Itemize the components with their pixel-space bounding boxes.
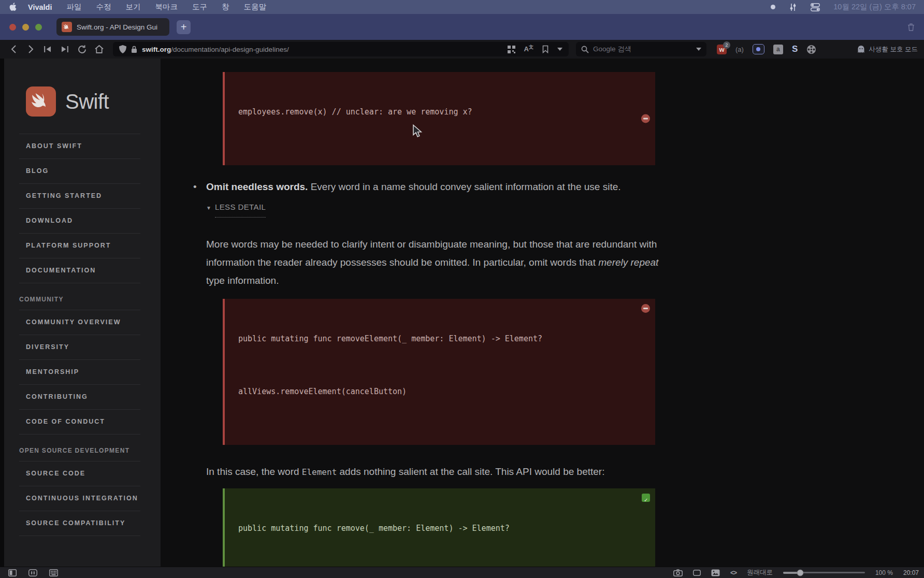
swift-wordmark: Swift	[65, 90, 109, 113]
sidebar-item-source-code[interactable]: SOURCE CODE	[19, 461, 140, 486]
extension-w-icon[interactable]: w2	[717, 45, 727, 54]
sidebar-item-continuous-integration[interactable]: CONTINUOUS INTEGRATION	[19, 486, 140, 511]
address-dropdown-icon[interactable]	[557, 48, 562, 51]
apple-menu-icon[interactable]	[9, 3, 17, 11]
check-icon: ✓	[642, 494, 650, 502]
new-tab-button[interactable]: +	[177, 20, 191, 34]
search-engine-dropdown-icon[interactable]	[696, 48, 701, 51]
sidebar-item-getting-started[interactable]: GETTING STARTED	[19, 184, 140, 209]
sliders-status-icon[interactable]	[789, 3, 797, 11]
code-example-bad-top: employees.remove(x) // unclear: are we r…	[223, 72, 655, 165]
sidebar-item-diversity[interactable]: DIVERSITY	[19, 335, 140, 360]
sidebar-item-download[interactable]: DOWNLOAD	[19, 209, 140, 234]
bookmark-icon[interactable]	[542, 45, 548, 53]
swift-logo[interactable]: Swift	[26, 86, 161, 117]
search-placeholder: Google 검색	[593, 45, 692, 54]
film-reel-extension-icon[interactable]	[806, 45, 816, 54]
closed-tabs-trash-icon[interactable]	[907, 23, 915, 31]
capture-page-icon[interactable]	[673, 569, 683, 576]
sidebar-item-code-of-conduct[interactable]: CODE OF CONDUCT	[19, 410, 140, 435]
forward-button[interactable]	[23, 42, 38, 56]
menubar-item-window[interactable]: 창	[222, 2, 229, 12]
doc-content: employees.remove(x) // unclear: are we r…	[161, 59, 924, 567]
menubar-clock[interactable]: 10월 22일 (금) 오후 8:07	[833, 2, 916, 12]
sidebar: Swift ABOUT SWIFT BLOG GETTING STARTED D…	[4, 59, 161, 567]
paragraph-in-this-case: In this case, the word Element adds noth…	[206, 463, 661, 481]
less-detail-toggle-1[interactable]: ▼ LESS DETAIL	[206, 198, 661, 218]
sidebar-item-mentorship[interactable]: MENTORSHIP	[19, 360, 140, 385]
zoom-slider-knob[interactable]	[797, 569, 804, 576]
sidebar-item-blog[interactable]: BLOG	[19, 159, 140, 184]
gray-extension-icon[interactable]: a	[773, 45, 783, 54]
sidebar-item-contributing[interactable]: CONTRIBUTING	[19, 385, 140, 410]
private-mode-indicator: 사생활 보호 모드	[857, 45, 918, 54]
collapse-arrow-icon: ▼	[206, 199, 211, 217]
private-mode-label: 사생활 보호 모드	[869, 45, 918, 54]
url-text[interactable]: swift.org/documentation/api-design-guide…	[142, 46, 289, 53]
search-field[interactable]: Google 검색	[576, 42, 706, 56]
keyboard-icon[interactable]	[49, 569, 58, 576]
fast-forward-button[interactable]	[57, 42, 72, 56]
sidebar-item-about-swift[interactable]: ABOUT SWIFT	[19, 134, 140, 159]
swift-favicon-icon	[62, 22, 72, 32]
sidebar-item-documentation[interactable]: DOCUMENTATION	[19, 258, 140, 283]
translate-icon[interactable]: A文	[524, 45, 533, 53]
control-center-icon[interactable]	[811, 3, 820, 11]
sidebar-section-community: COMMUNITY	[19, 283, 140, 310]
guideline-bold-text: Omit needless words.	[206, 181, 308, 192]
macos-menu-bar: Vivaldi 파일 수정 보기 북마크 도구 창 도움말 10월 22일 (금…	[0, 0, 924, 14]
tiling-grid-icon[interactable]	[508, 46, 515, 53]
tab-tiling-icon[interactable]	[28, 569, 37, 576]
page-source-icon[interactable]: <>	[730, 569, 737, 576]
rewind-button[interactable]	[40, 42, 55, 56]
search-icon	[581, 46, 589, 53]
window-controls	[9, 24, 42, 31]
menubar-item-view[interactable]: 보기	[125, 2, 140, 12]
code-example-good-remove: public mutating func remove(_ member: El…	[223, 488, 655, 567]
s-extension-icon[interactable]: S	[792, 44, 798, 54]
no-entry-icon	[641, 114, 650, 123]
paragraph-more-words: More words may be needed to clarify inte…	[206, 235, 661, 290]
status-bar: <> 원래대로 100 % 20:07	[0, 567, 924, 578]
no-entry-icon	[641, 304, 650, 313]
code-line: allViews.removeElement(cancelButton)	[238, 385, 645, 398]
ghost-icon	[857, 45, 865, 53]
sidebar-item-source-compatibility[interactable]: SOURCE COMPATIBILITY	[19, 511, 140, 536]
minimize-window-button[interactable]	[22, 24, 29, 31]
address-bar[interactable]: swift.org/documentation/api-design-guide…	[113, 42, 569, 56]
extension-a-icon[interactable]: (a)	[735, 46, 744, 53]
status-time: 20:07	[903, 569, 919, 576]
back-button[interactable]	[6, 42, 21, 56]
extension-icons: w2 (a) a S	[717, 44, 816, 54]
sidebar-item-platform-support[interactable]: PLATFORM SUPPORT	[19, 234, 140, 258]
tab-title: Swift.org - API Design Gui	[77, 23, 157, 31]
menubar-app-name[interactable]: Vivaldi	[28, 3, 52, 11]
page-actions-icon[interactable]	[693, 570, 701, 576]
shield-icon[interactable]	[119, 45, 126, 53]
panel-toggle-icon[interactable]	[8, 569, 17, 576]
menubar-item-bookmarks[interactable]: 북마크	[155, 2, 178, 12]
guideline-omit-needless-words: Omit needless words. Every word in a nam…	[206, 178, 661, 196]
browser-tab-active[interactable]: Swift.org - API Design Gui	[56, 18, 169, 36]
zoom-slider[interactable]	[783, 569, 865, 576]
close-window-button[interactable]	[9, 24, 16, 31]
images-toggle-icon[interactable]	[711, 569, 720, 576]
menubar-item-file[interactable]: 파일	[66, 2, 81, 12]
url-host: swift.org	[142, 46, 171, 53]
tab-bar: Swift.org - API Design Gui +	[0, 14, 924, 40]
sidebar-item-community-overview[interactable]: COMMUNITY OVERVIEW	[19, 310, 140, 335]
zoom-window-button[interactable]	[35, 24, 42, 31]
sidebar-nav: ABOUT SWIFT BLOG GETTING STARTED DOWNLOA…	[19, 134, 140, 536]
code-line: public mutating func removeElement(_ mem…	[238, 332, 645, 345]
screen-record-extension-icon[interactable]	[753, 44, 764, 54]
code-line: public mutating func remove(_ member: El…	[238, 522, 645, 535]
less-detail-label: LESS DETAIL	[215, 198, 266, 218]
menubar-item-help[interactable]: 도움말	[243, 2, 266, 12]
home-button[interactable]	[92, 42, 106, 56]
zoom-reset-label[interactable]: 원래대로	[747, 568, 773, 577]
menubar-item-tools[interactable]: 도구	[192, 2, 207, 12]
screen: Vivaldi 파일 수정 보기 북마크 도구 창 도움말 10월 22일 (금…	[0, 0, 924, 578]
url-path: /documentation/api-design-guidelines/	[171, 46, 288, 53]
menubar-item-edit[interactable]: 수정	[96, 2, 111, 12]
reload-button[interactable]	[75, 42, 89, 56]
